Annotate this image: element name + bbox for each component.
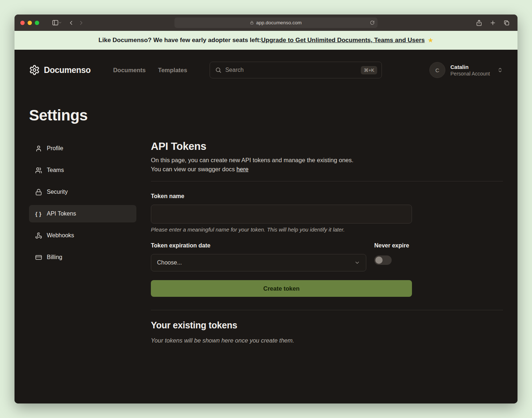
account-meta: Catalin Personal Account xyxy=(450,64,490,77)
token-name-input[interactable] xyxy=(151,205,412,224)
main-nav: Documents Templates xyxy=(113,67,187,74)
brand-logo[interactable]: Documenso xyxy=(29,65,91,75)
expiration-column: Token expiration date Choose... xyxy=(151,242,366,271)
account-name: Catalin xyxy=(450,64,490,70)
webhook-icon xyxy=(35,232,42,239)
chevron-down-icon xyxy=(354,260,360,266)
divider xyxy=(151,181,503,181)
upgrade-link[interactable]: Upgrade to Get Unlimited Documents, Team… xyxy=(261,37,425,44)
user-icon xyxy=(35,145,42,152)
page-title: Settings xyxy=(15,90,517,124)
braces-icon: { } xyxy=(35,211,42,217)
account-menu[interactable]: C Catalin Personal Account xyxy=(429,62,503,78)
sidebar-menu-chevron-icon[interactable] xyxy=(58,21,63,25)
back-button[interactable] xyxy=(66,18,76,28)
search-input[interactable]: Search ⌘+K xyxy=(210,62,382,78)
close-window-button[interactable] xyxy=(20,21,25,25)
never-expire-label: Never expire xyxy=(374,242,409,249)
expiration-select[interactable]: Choose... xyxy=(151,254,366,271)
search-shortcut-badge: ⌘+K xyxy=(361,66,377,74)
lock-icon xyxy=(35,189,42,196)
minimize-window-button[interactable] xyxy=(28,21,32,25)
existing-tokens-empty-text: Your tokens will be shown here once you … xyxy=(151,337,503,344)
avatar: C xyxy=(429,62,445,78)
existing-tokens-heading: Your existing tokens xyxy=(151,320,503,331)
swagger-docs-link[interactable]: here xyxy=(236,166,248,172)
sidebar-item-api-tokens[interactable]: { } API Tokens xyxy=(29,205,136,222)
documenso-app: Documenso Documents Templates Search ⌘+K… xyxy=(15,50,517,403)
sidebar-item-label: Profile xyxy=(47,145,63,152)
forward-button[interactable] xyxy=(76,18,86,28)
tab-overview-icon[interactable] xyxy=(502,18,512,28)
search-placeholder: Search xyxy=(225,67,244,73)
sidebar-item-label: Webhooks xyxy=(47,232,74,239)
api-tokens-panel: API Tokens On this page, you can create … xyxy=(151,140,503,344)
app-header: Documenso Documents Templates Search ⌘+K… xyxy=(15,50,517,90)
section-description: On this page, you can create new API tok… xyxy=(151,156,503,174)
settings-sidebar: Profile Teams Security { } API Token xyxy=(29,140,136,270)
credit-card-icon xyxy=(35,254,42,261)
sidebar-item-billing[interactable]: Billing xyxy=(29,249,136,266)
description-line-2: You can view our swagger docs xyxy=(151,166,236,172)
star-icon: ★ xyxy=(428,36,433,44)
traffic-lights xyxy=(20,21,39,25)
brand-name: Documenso xyxy=(44,65,91,75)
never-expire-toggle[interactable] xyxy=(374,255,392,265)
share-icon[interactable] xyxy=(474,18,484,28)
lock-icon xyxy=(250,21,254,25)
search-icon xyxy=(215,67,222,73)
sidebar-item-security[interactable]: Security xyxy=(29,183,136,201)
toolbar-right-actions xyxy=(474,18,512,28)
expiration-row: Token expiration date Choose... Never ex… xyxy=(151,242,503,271)
documenso-logo-icon xyxy=(29,65,40,75)
expiration-selected-value: Choose... xyxy=(157,259,182,266)
users-icon xyxy=(35,167,42,174)
sidebar-item-label: Security xyxy=(47,189,68,195)
token-name-hint: Please enter a meaningful name for your … xyxy=(151,226,503,233)
token-name-label: Token name xyxy=(151,193,503,200)
browser-window: app.documenso.com Like Documenso? We hav… xyxy=(15,15,517,403)
sidebar-item-label: API Tokens xyxy=(47,210,76,217)
chevron-up-down-icon xyxy=(497,67,503,73)
section-heading: API Tokens xyxy=(151,140,503,153)
sidebar-item-webhooks[interactable]: Webhooks xyxy=(29,227,136,244)
nav-documents[interactable]: Documents xyxy=(113,67,146,74)
sidebar-item-profile[interactable]: Profile xyxy=(29,140,136,157)
sidebar-item-label: Teams xyxy=(47,167,64,173)
nav-templates[interactable]: Templates xyxy=(158,67,187,74)
expiration-label: Token expiration date xyxy=(151,242,366,249)
url-text: app.documenso.com xyxy=(256,20,301,25)
toggle-knob xyxy=(375,257,383,264)
reload-icon[interactable] xyxy=(370,20,375,25)
sidebar-item-label: Billing xyxy=(47,254,62,261)
never-expire-column: Never expire xyxy=(374,242,409,265)
address-bar[interactable]: app.documenso.com xyxy=(174,17,378,28)
create-token-button[interactable]: Create token xyxy=(151,280,412,297)
new-tab-icon[interactable] xyxy=(488,18,498,28)
description-line-1: On this page, you can create new API tok… xyxy=(151,157,354,163)
browser-toolbar: app.documenso.com xyxy=(15,15,517,31)
account-type: Personal Account xyxy=(450,71,490,77)
settings-layout: Profile Teams Security { } API Token xyxy=(15,124,517,344)
divider xyxy=(151,310,503,310)
sidebar-item-teams[interactable]: Teams xyxy=(29,161,136,179)
promo-text: Like Documenso? We have few early adopte… xyxy=(99,37,261,44)
zoom-window-button[interactable] xyxy=(35,21,39,25)
promo-banner: Like Documenso? We have few early adopte… xyxy=(15,31,517,50)
